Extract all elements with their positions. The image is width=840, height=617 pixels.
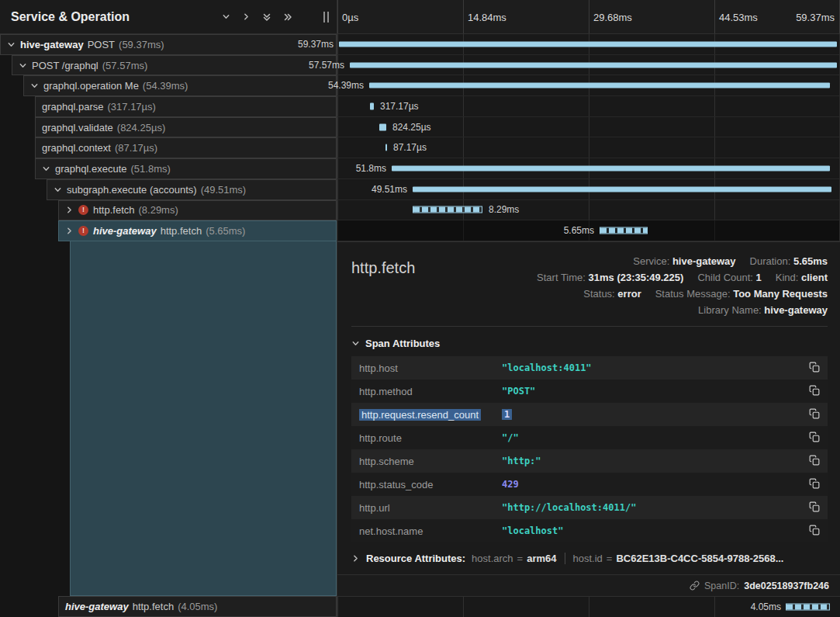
bottom-timeline-row: 4.05ms xyxy=(337,596,840,617)
attribute-value: "POST" xyxy=(502,386,807,397)
chevron-right-icon[interactable] xyxy=(65,227,74,235)
timeline-row[interactable]: 49.51ms xyxy=(337,179,839,200)
timeline-rows: 59.37ms57.57ms54.39ms317.17µs824.25µs87.… xyxy=(337,34,840,241)
span-duration-bar[interactable] xyxy=(370,102,374,109)
span-detail-panel: http.fetch Service: hive-gatewayDuration… xyxy=(337,241,840,596)
span-duration-bar[interactable] xyxy=(413,186,831,192)
span-duration-bar[interactable] xyxy=(600,227,648,234)
chevron-right-icon[interactable] xyxy=(65,206,74,214)
attribute-key: http.scheme xyxy=(359,456,502,467)
attribute-key: http.request.resend_count xyxy=(359,409,502,421)
chevron-down-icon[interactable] xyxy=(19,61,27,70)
span-attributes-heading: Span Attributes xyxy=(365,338,440,349)
chevron-down-icon[interactable] xyxy=(7,40,16,49)
tree-row[interactable]: graphql.operation Me(54.39ms) xyxy=(23,75,337,96)
chevron-right-icon[interactable] xyxy=(242,12,251,22)
tree-row[interactable]: hive-gatewayhttp.fetch(5.65ms) xyxy=(58,220,337,241)
meta-pair: Duration: 5.65ms xyxy=(750,255,828,267)
copy-button[interactable] xyxy=(807,500,821,516)
tree-row[interactable]: graphql.execute(51.8ms) xyxy=(35,158,337,179)
operation-name: graphql.operation Me xyxy=(43,80,139,92)
operation-name: POST /graphql xyxy=(32,60,99,71)
copy-button[interactable] xyxy=(807,407,821,423)
tree-row[interactable]: subgraph.execute (accounts)(49.51ms) xyxy=(47,179,337,200)
chevron-down-icon[interactable] xyxy=(42,165,50,173)
tree-row[interactable]: http.fetch(8.29ms) xyxy=(58,200,337,221)
attribute-row[interactable]: http.scheme"http:" xyxy=(351,449,828,473)
copy-button[interactable] xyxy=(807,383,821,400)
link-icon[interactable] xyxy=(690,581,700,591)
bar-duration-label: 8.29ms xyxy=(489,204,519,215)
expand-all-icon[interactable] xyxy=(262,12,271,22)
tree-row[interactable]: POST /graphql(57.57ms) xyxy=(12,55,337,76)
copy-button[interactable] xyxy=(807,430,821,446)
copy-button[interactable] xyxy=(807,360,821,376)
span-attributes-toggle[interactable]: Span Attributes xyxy=(351,338,828,349)
attributes-table: http.host"localhost:4011"http.method"POS… xyxy=(351,356,828,542)
attribute-value: "localhost:4011" xyxy=(502,362,807,373)
error-icon xyxy=(78,226,88,236)
bar-duration-label: 5.65ms xyxy=(564,225,594,236)
attribute-row[interactable]: http.route"/" xyxy=(351,426,828,449)
resource-attributes-toggle[interactable]: Resource Attributes: host.arch=arm64host… xyxy=(351,553,828,564)
timeline-row[interactable]: 51.8ms xyxy=(337,158,839,179)
duration-label: (8.29ms) xyxy=(138,204,178,216)
attribute-value: "http:" xyxy=(502,456,807,466)
copy-button[interactable] xyxy=(807,477,821,493)
tree-row[interactable]: graphql.context(87.17µs) xyxy=(35,137,337,158)
ruler-tick-label: 14.84ms xyxy=(468,11,506,23)
attribute-key: http.method xyxy=(359,386,502,397)
service-name: hive-gateway xyxy=(65,601,129,612)
span-tree-bottom-row: hive-gatewayhttp.fetch(4.05ms) xyxy=(0,596,337,617)
meta-pair: Library Name: hive-gateway xyxy=(698,304,828,316)
timeline-row[interactable]: 87.17µs xyxy=(337,137,839,158)
tree-row[interactable]: graphql.parse(317.17µs) xyxy=(35,96,337,117)
span-duration-bar[interactable] xyxy=(413,206,482,213)
chevron-down-icon[interactable] xyxy=(30,81,39,90)
span-duration-bar[interactable] xyxy=(385,144,387,151)
span-duration-bar[interactable] xyxy=(339,41,837,47)
timeline-row[interactable]: 317.17µs xyxy=(337,96,839,117)
bar-duration-label: 51.8ms xyxy=(356,163,386,174)
duration-label: (54.39ms) xyxy=(143,80,188,92)
detail-footer: SpanID: 3de02518937fb246 xyxy=(337,574,840,596)
duration-label: (4.05ms) xyxy=(178,601,217,612)
span-duration-bar[interactable] xyxy=(379,123,386,130)
tree-row[interactable]: hive-gatewayPOST(59.37ms) xyxy=(0,34,337,55)
panel-resize-handle[interactable] xyxy=(323,12,329,23)
attribute-row[interactable]: net.host.name"localhost" xyxy=(351,519,828,542)
bar-duration-label: 54.39ms xyxy=(328,80,364,91)
span-duration-bar[interactable] xyxy=(369,83,830,88)
chevron-down-icon[interactable] xyxy=(54,185,62,194)
collapse-all-icon[interactable] xyxy=(283,12,292,22)
timeline-ruler: 0µs14.84ms29.68ms44.53ms59.37ms xyxy=(337,0,840,34)
attribute-row[interactable]: http.url"http://localhost:4011/" xyxy=(351,496,828,519)
timeline-row[interactable]: 8.29ms xyxy=(337,200,839,221)
attribute-row[interactable]: http.status_code429 xyxy=(351,473,828,496)
timeline-row[interactable]: 5.65ms xyxy=(337,220,839,241)
tree-row[interactable]: graphql.validate(824.25µs) xyxy=(35,117,337,138)
timeline-row[interactable]: 4.05ms xyxy=(337,597,840,617)
operation-name: graphql.execute xyxy=(55,163,127,175)
attribute-row[interactable]: http.request.resend_count1 xyxy=(351,403,828,426)
attribute-row[interactable]: http.method"POST" xyxy=(351,380,828,403)
copy-button[interactable] xyxy=(807,453,821,470)
attribute-row[interactable]: http.host"localhost:4011" xyxy=(351,356,828,380)
tree-row[interactable]: hive-gatewayhttp.fetch(4.05ms) xyxy=(58,596,337,617)
span-duration-bar[interactable] xyxy=(786,603,830,610)
meta-key: Child Count: xyxy=(697,272,755,283)
timeline-row[interactable]: 824.25µs xyxy=(337,117,839,138)
timeline-row[interactable]: 59.37ms xyxy=(337,34,839,55)
meta-pair: Status Message: Too Many Requests xyxy=(655,288,828,300)
chevron-right-icon xyxy=(351,554,360,563)
copy-button[interactable] xyxy=(807,523,821,539)
timeline-row[interactable]: 54.39ms xyxy=(337,75,839,96)
span-duration-bar[interactable] xyxy=(392,165,830,171)
operation-name: graphql.context xyxy=(42,142,111,154)
service-name: hive-gateway xyxy=(93,225,157,237)
chevron-down-icon[interactable] xyxy=(222,12,230,22)
meta-key: Status: xyxy=(583,288,617,300)
timeline-row[interactable]: 57.57ms xyxy=(337,55,839,76)
span-duration-bar[interactable] xyxy=(350,62,837,68)
selection-highlight: http.request.resend_count xyxy=(359,409,481,421)
